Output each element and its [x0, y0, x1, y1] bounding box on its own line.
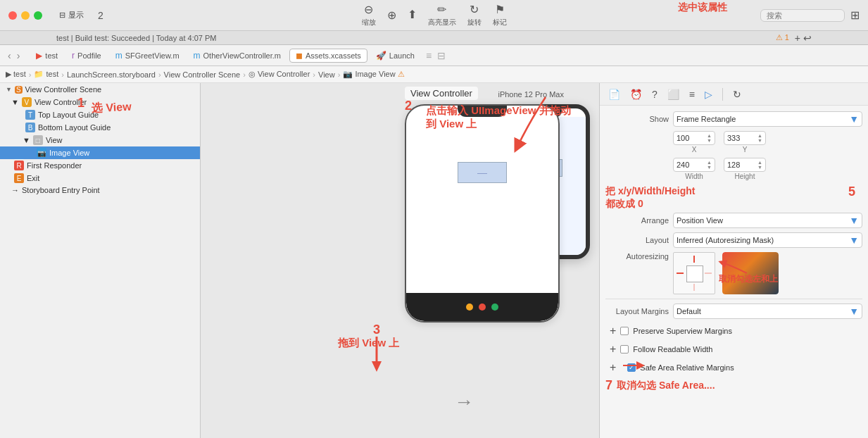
add-constraint-2[interactable]: +	[608, 342, 617, 357]
layout-margins-arrow: ▼	[849, 306, 859, 317]
width-stepper[interactable]: ▲▼	[707, 160, 712, 170]
xywh-group: 100 ▲▼ X 333 ▲▼ Y	[673, 131, 766, 154]
add-constraint-3[interactable]: +	[608, 360, 617, 375]
bc-item-3[interactable]: LaunchScreen.storyboard	[67, 70, 156, 79]
annotation-safe-area: 7 取消勾选 Safe Area....	[605, 378, 862, 393]
zoom-out-button[interactable]: ⊖ 缩放	[362, 3, 376, 27]
bc-item-1[interactable]: ▶ test	[6, 70, 26, 79]
rt-arrow-icon[interactable]: ▷	[702, 87, 715, 101]
right-panel: 📄 ⏰ ? ⬜ ≡ ▷ ↻ Show Frame Rectangle ▼	[599, 83, 868, 438]
mark-button[interactable]: ⚑ 标记	[493, 3, 507, 27]
layout-margins-select[interactable]: Default ▼	[673, 304, 862, 319]
sidebar-item-exit[interactable]: E Exit	[0, 172, 200, 184]
dot-red	[479, 304, 486, 311]
arrange-row: Arrange Position View ▼	[605, 213, 862, 228]
xy-row: 100 ▲▼ X 333 ▲▼ Y	[605, 131, 862, 154]
arrange-label: Arrange	[605, 216, 669, 225]
add-constraint-1[interactable]: +	[608, 323, 617, 339]
tab-sfgreetview[interactable]: m SFGreetView.m	[110, 49, 185, 62]
othervc-icon: m	[194, 51, 201, 61]
rotate-button[interactable]: ↻ 旋转	[467, 3, 482, 27]
main-phone-view: ——	[405, 104, 560, 323]
close-button[interactable]	[8, 11, 17, 20]
maximize-button[interactable]	[34, 11, 42, 20]
width-input[interactable]: 240 ▲▼	[673, 158, 715, 172]
bc-item-2[interactable]: 📁 test	[34, 70, 58, 79]
y-item: 333 ▲▼ Y	[724, 131, 766, 154]
rt-box-icon[interactable]: ⬜	[665, 87, 682, 101]
display-button[interactable]: ⊟ 显示	[59, 10, 84, 20]
rt-list-icon[interactable]: ≡	[686, 87, 698, 101]
zoom-in-button[interactable]: ⊕	[387, 8, 396, 22]
nav-back[interactable]: ‹	[6, 50, 13, 61]
tab-launch[interactable]: 🚀 Launch	[370, 49, 420, 62]
bc-item-5[interactable]: ◎ View Controller	[249, 70, 310, 79]
sidebar-item-image-view[interactable]: 📷 Image View	[0, 146, 200, 159]
height-label: Height	[735, 173, 755, 180]
sidebar-item-view[interactable]: ▼ □ View	[0, 134, 200, 146]
rt-help-icon[interactable]: ?	[649, 87, 660, 101]
breadcrumb: ▶ test › 📁 test › LaunchScreen.storyboar…	[0, 66, 868, 83]
phone-inner-imageview: ——	[458, 162, 507, 183]
sidebar-item-storyboard-entry[interactable]: → Storyboard Entry Point	[0, 184, 200, 196]
annotation-number-3: 3	[373, 323, 380, 337]
build-number: 2	[98, 10, 103, 21]
wh-group: 240 ▲▼ Width 128 ▲▼ Height	[673, 158, 766, 180]
sidebar-item-bottom-layout[interactable]: B Bottom Layout Guide	[0, 121, 200, 134]
safe-area-row: + ✓ Safe Area Relative Margins	[605, 360, 862, 375]
bc-item-7[interactable]: 📷 Image View ⚠	[343, 70, 404, 79]
follow-readable-checkbox[interactable]	[620, 345, 629, 353]
build-status: test | Build test: Succeeded | Today at …	[56, 34, 216, 42]
annotation-drag-text: 点击输入 UIImageView 并拖动	[426, 104, 571, 118]
tab-podfile[interactable]: r Podfile	[66, 49, 107, 62]
preserve-superview-label: Preserve Superview Margins	[633, 327, 732, 335]
sidebar-entry-label: Storyboard Entry Point	[22, 186, 100, 194]
scene-icon: S	[15, 86, 23, 94]
dot-green	[491, 304, 498, 311]
x-stepper[interactable]: ▲▼	[707, 133, 712, 143]
panel-toggle-button[interactable]: ⊞	[850, 8, 860, 22]
x-value: 100	[677, 134, 689, 142]
highlight-button[interactable]: ✏ 高亮显示	[428, 3, 456, 27]
nav-arrows: ‹ ›	[6, 50, 22, 61]
view-icon: □	[33, 135, 43, 145]
annotation-xywh-container: 把 x/y/Width/Height 都改成 0 5	[605, 184, 862, 210]
rt-separator	[722, 88, 723, 101]
tab-assets[interactable]: ◼ Assets.xcassets	[289, 49, 367, 63]
drop-arrow-icon	[366, 337, 387, 372]
tab-othervc[interactable]: m OtherViewController.m	[188, 49, 287, 62]
minimize-button[interactable]	[21, 11, 30, 20]
arrange-select[interactable]: Position View ▼	[673, 213, 862, 228]
rt-time-icon[interactable]: ⏰	[627, 87, 645, 101]
imageview-icon: 📷	[37, 148, 46, 158]
phone-bottom-bar	[406, 293, 558, 321]
dot-orange	[466, 304, 473, 311]
rt-rotate-icon[interactable]: ↻	[730, 87, 744, 101]
scene-header[interactable]: ▼ S View Controller Scene	[0, 83, 200, 96]
preserve-superview-checkbox[interactable]	[620, 327, 629, 335]
ar-left-arrow	[677, 273, 684, 274]
height-input[interactable]: 128 ▲▼	[724, 158, 766, 172]
ar-right-arrow	[705, 273, 712, 274]
x-input[interactable]: 100 ▲▼	[673, 131, 715, 145]
layout-select[interactable]: Inferred (Autoresizing Mask) ▼	[673, 232, 862, 248]
y-stepper[interactable]: ▲▼	[757, 133, 762, 143]
tab-podfile-label: Podfile	[77, 51, 101, 60]
layout-row: Layout Inferred (Autoresizing Mask) ▼	[605, 232, 862, 248]
sidebar-icon: ⊟	[59, 11, 65, 20]
y-input[interactable]: 333 ▲▼	[724, 131, 766, 145]
share-button[interactable]: ⬆	[408, 8, 417, 23]
nav-forward[interactable]: ›	[15, 50, 23, 61]
share-icon: ⬆	[408, 8, 417, 21]
tab-overflow: ≡	[426, 50, 432, 61]
show-select[interactable]: Frame Rectangle ▼	[673, 111, 862, 127]
rt-file-icon[interactable]: 📄	[605, 87, 623, 101]
annotation-number-7: 7	[605, 378, 612, 393]
height-stepper[interactable]: ▲▼	[757, 160, 762, 170]
search-input[interactable]	[760, 9, 845, 22]
tab-test-project[interactable]: ▶ test	[30, 49, 63, 62]
add-button[interactable]: +	[795, 32, 800, 44]
sidebar-item-first-responder[interactable]: R First Responder	[0, 159, 200, 172]
bc-item-4[interactable]: View Controller Scene	[164, 70, 241, 79]
bc-item-6[interactable]: View	[318, 70, 335, 79]
